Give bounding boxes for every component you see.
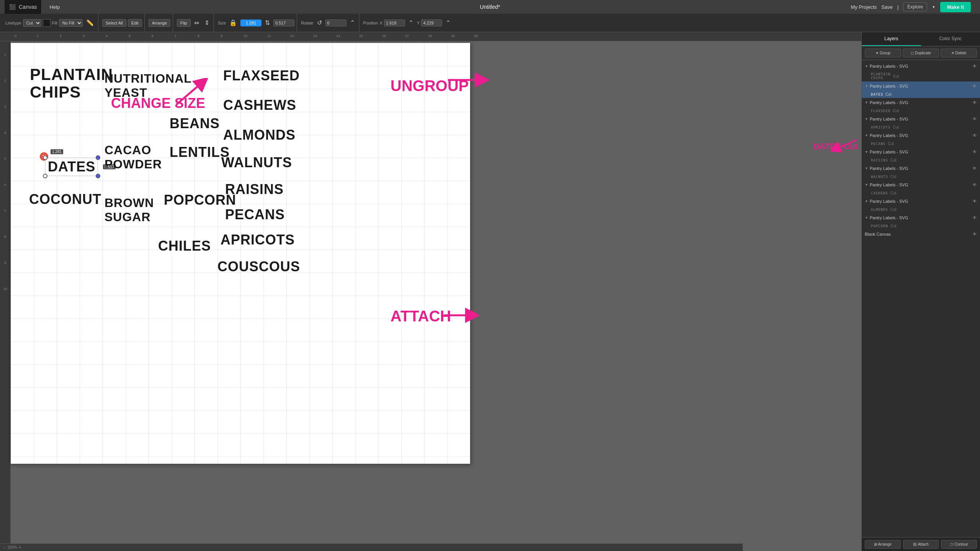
- size-w-input[interactable]: [240, 20, 261, 26]
- layer-header-dates[interactable]: ▼ Pantry Labels - SVG 👁: [862, 82, 980, 91]
- rotate-chevron-icon[interactable]: ⌃: [348, 18, 357, 27]
- layer-header-raisins[interactable]: ▼ Pantry Labels - SVG 👁: [862, 147, 980, 156]
- linetype-select[interactable]: Cut: [23, 19, 41, 27]
- app-title: Untitled*: [480, 4, 500, 10]
- layer-item-flaxseed[interactable]: FLAXSEED Cut: [862, 107, 980, 114]
- menu-help[interactable]: Help: [49, 4, 60, 10]
- canvas-area[interactable]: 0 1 2 3 4 5 6 7 8 9 10 11 12 13 14 15 16…: [0, 32, 861, 551]
- tab-layers[interactable]: Layers: [862, 32, 921, 46]
- zoom-controls[interactable]: − 100% +: [3, 545, 21, 550]
- layer-name-blank: Blank Canvas: [865, 232, 971, 236]
- rotate-input[interactable]: [325, 20, 346, 26]
- flip-v-icon[interactable]: ⇕: [203, 18, 211, 27]
- layer-item-name-apricots: APRICOTS: [871, 126, 890, 129]
- layer-name-almonds: Pantry Labels - SVG: [870, 199, 971, 204]
- attach-panel-button[interactable]: ⛓ Attach: [903, 540, 939, 549]
- explore-chevron-icon[interactable]: ▼: [932, 5, 936, 9]
- layer-header-plantain[interactable]: ▼ Pantry Labels - SVG 👁: [862, 62, 980, 71]
- rotate-icon[interactable]: ↺: [315, 18, 324, 27]
- pen-tool-button[interactable]: ✏️: [84, 18, 96, 27]
- layer-group-blank: Blank Canvas 👁: [862, 230, 980, 239]
- arrange-button[interactable]: Arrange: [149, 19, 170, 27]
- fill-color-swatch[interactable]: [43, 19, 51, 27]
- layer-header-apricots[interactable]: ▼ Pantry Labels - SVG 👁: [862, 114, 980, 124]
- pos-x-chevron[interactable]: ⌃: [407, 18, 415, 27]
- pos-y-input[interactable]: [421, 20, 442, 26]
- handle-top-left[interactable]: [43, 155, 47, 160]
- handle-bottom-right[interactable]: [96, 174, 100, 178]
- layer-name-popcorn: Pantry Labels - SVG: [870, 215, 971, 220]
- layer-header-popcorn[interactable]: ▼ Pantry Labels - SVG 👁: [862, 213, 980, 222]
- layer-group-almonds: ▼ Pantry Labels - SVG 👁 ALMONDS Cut: [862, 197, 980, 213]
- layer-item-dates[interactable]: DATES Cut: [862, 91, 980, 98]
- chevron-icon-popcorn: ▼: [865, 216, 868, 220]
- layer-item-almonds[interactable]: ALMONDS Cut: [862, 206, 980, 213]
- layer-header-walnuts[interactable]: ▼ Pantry Labels - SVG 👁: [862, 164, 980, 173]
- my-projects-link[interactable]: My Projects: [851, 4, 877, 10]
- layer-group-popcorn: ▼ Pantry Labels - SVG 👁 POPCORN Cut: [862, 213, 980, 230]
- layer-item-raisins[interactable]: RAISINS Cut: [862, 156, 980, 164]
- layer-item-plantain[interactable]: PLANTAINCHIPS Cut: [862, 71, 980, 82]
- pos-y-chevron[interactable]: ⌃: [444, 18, 452, 27]
- tab-color-sync[interactable]: Color Sync: [921, 32, 980, 46]
- delete-button[interactable]: ✕ Delete: [941, 49, 977, 57]
- fill-select[interactable]: No Fill: [59, 19, 83, 27]
- eye-icon-plantain[interactable]: 👁: [972, 64, 977, 69]
- layer-name-plantain: Pantry Labels - SVG: [870, 64, 971, 68]
- lock-icon[interactable]: 🔒: [227, 18, 239, 27]
- toolbar-linetype-group: Linetype Cut Fill No Fill ✏️: [3, 14, 98, 32]
- handle-top-right[interactable]: [96, 155, 100, 160]
- layer-group-apricots: ▼ Pantry Labels - SVG 👁 APRICOTS Cut: [862, 114, 980, 131]
- zoom-out-button[interactable]: −: [3, 545, 6, 550]
- eye-icon-pecans[interactable]: 👁: [972, 133, 977, 138]
- handle-bottom-left[interactable]: [43, 174, 47, 178]
- layer-item-name-dates: DATES: [871, 93, 883, 96]
- save-button[interactable]: Save: [881, 4, 893, 10]
- dates-element[interactable]: ✕ 1.281 0.517 DATES: [45, 158, 98, 176]
- layer-item-pecans[interactable]: PECANS Cut: [862, 140, 980, 147]
- contour-button[interactable]: ⬡ Contour: [941, 540, 977, 549]
- flip-button[interactable]: Flip: [177, 19, 191, 27]
- eye-icon-apricots[interactable]: 👁: [972, 116, 977, 122]
- zoom-in-button[interactable]: +: [19, 545, 21, 550]
- layer-group-pecans: ▼ Pantry Labels - SVG 👁 PECANS Cut: [862, 131, 980, 147]
- eye-icon-walnuts[interactable]: 👁: [972, 166, 977, 171]
- eye-icon-raisins[interactable]: 👁: [972, 149, 977, 155]
- arrange-layers-button[interactable]: ⊞ Arrange: [865, 540, 901, 549]
- size-h-input[interactable]: [273, 20, 294, 26]
- popcorn-label: POPCORN: [164, 192, 236, 208]
- group-button[interactable]: ✦ Group: [865, 49, 901, 57]
- eye-icon-cashews[interactable]: 👁: [972, 182, 977, 187]
- size-swap-icon[interactable]: ⇅: [263, 18, 272, 27]
- layer-header-pecans[interactable]: ▼ Pantry Labels - SVG 👁: [862, 131, 980, 140]
- layer-header-almonds[interactable]: ▼ Pantry Labels - SVG 👁: [862, 197, 980, 206]
- layer-item-walnuts[interactable]: WALNUTS Cut: [862, 173, 980, 180]
- duplicate-button[interactable]: ◻ Duplicate: [903, 49, 939, 57]
- eye-icon-blank[interactable]: 👁: [972, 231, 977, 237]
- eye-icon-popcorn[interactable]: 👁: [972, 215, 977, 220]
- layer-header-cashews[interactable]: ▼ Pantry Labels - SVG 👁: [862, 180, 980, 189]
- flip-h-icon[interactable]: ⇔: [192, 18, 201, 27]
- layer-group-walnuts: ▼ Pantry Labels - SVG 👁 WALNUTS Cut: [862, 164, 980, 180]
- eye-icon-dates[interactable]: 👁: [972, 83, 977, 89]
- layer-item-popcorn[interactable]: POPCORN Cut: [862, 222, 980, 230]
- make-it-button[interactable]: Make It: [940, 2, 971, 12]
- dates-selection-box[interactable]: ✕ 1.281 0.517 DATES: [45, 158, 98, 176]
- ruler-top: 0 1 2 3 4 5 6 7 8 9 10 11 12 13 14 15 16…: [0, 32, 861, 41]
- pos-y-label: Y: [417, 21, 420, 25]
- position-label: Position: [363, 21, 378, 25]
- chevron-icon-flaxseed: ▼: [865, 101, 868, 104]
- layer-header-flaxseed[interactable]: ▼ Pantry Labels - SVG 👁: [862, 98, 980, 107]
- eye-icon-almonds[interactable]: 👁: [972, 199, 977, 204]
- layer-header-blank[interactable]: Blank Canvas 👁: [862, 230, 980, 239]
- select-all-button[interactable]: Select All: [102, 19, 126, 27]
- layer-item-cashews[interactable]: CASHEWS Cut: [862, 189, 980, 197]
- layer-item-name-popcorn: POPCORN: [871, 224, 888, 228]
- explore-button[interactable]: Explore: [903, 2, 927, 11]
- eye-icon-flaxseed[interactable]: 👁: [972, 100, 977, 105]
- edit-button[interactable]: Edit: [128, 19, 142, 27]
- layer-item-apricots[interactable]: APRICOTS Cut: [862, 124, 980, 131]
- pos-x-input[interactable]: [384, 20, 405, 26]
- linetype-label: Linetype: [5, 21, 21, 25]
- canvas-content[interactable]: PLANTAINCHIPS NUTRITIONALYEAST FLAXSEED …: [11, 43, 470, 464]
